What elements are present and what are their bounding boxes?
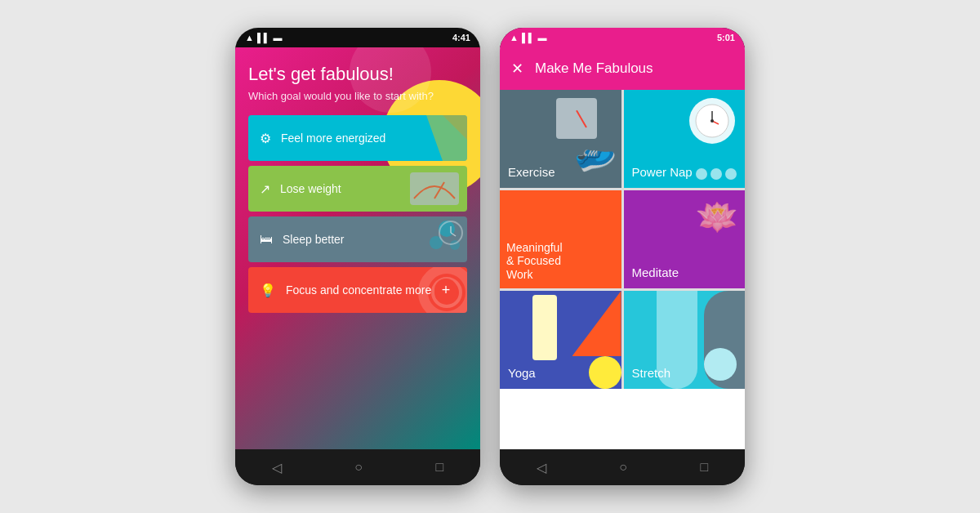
grid-item-powernap[interactable]: Power Nap (624, 90, 746, 188)
phone1-screen: Let's get fabulous! Which goal would you… (235, 47, 480, 449)
phone2-nav-bar: ◁ ○ □ (500, 449, 745, 485)
phone1-content: Let's get fabulous! Which goal would you… (235, 47, 480, 324)
grid-item-stretch[interactable]: Stretch (624, 291, 746, 389)
grid-item-exercise[interactable]: 👟 Exercise (500, 90, 621, 188)
signal-bars-icon: ▌▌ (257, 33, 270, 42)
weight-icon: ↗ (260, 181, 270, 197)
yoga-label: Yoga (508, 366, 536, 381)
home-icon2[interactable]: ○ (619, 460, 627, 475)
meaningful-label: Meaningful& FocusedWork (506, 241, 563, 282)
yoga-shape2 (589, 356, 621, 389)
battery-icon2: ▬ (537, 33, 546, 42)
battery-icon: ▬ (273, 33, 282, 42)
phone1-title: Let's get fabulous! (248, 64, 467, 85)
phone2-time: 5:01 (717, 33, 735, 42)
sleep-icon: 🛏 (260, 232, 273, 247)
stretch-label: Stretch (632, 366, 671, 381)
focus-label: Focus and concentrate more (286, 283, 431, 297)
phone2-status-bar: ▲ ▌▌ ▬ 5:01 (500, 28, 745, 47)
yoga-mat-deco (532, 295, 557, 360)
weight-deco (402, 166, 467, 212)
phone2-header: ✕ Make Me Fabulous (500, 47, 745, 90)
powernap-label: Power Nap (632, 165, 693, 180)
goal-focus[interactable]: 💡 Focus and concentrate more + (248, 267, 467, 313)
svg-point-13 (710, 119, 714, 123)
exercise-label: Exercise (508, 165, 555, 180)
energized-deco (402, 115, 467, 161)
sleep-label: Sleep better (283, 233, 345, 246)
phone2-status-icons: ▲ ▌▌ ▬ (510, 33, 546, 42)
signal-bars-icon2: ▌▌ (522, 33, 535, 42)
phone1: ▲ ▌▌ ▬ 4:41 Let's get fabulous! Which go… (235, 28, 480, 485)
energized-icon: ⚙ (260, 131, 271, 146)
energized-label: Feel more energized (281, 132, 385, 145)
powernap-circles-deco (696, 168, 737, 180)
meditate-label: Meditate (632, 265, 679, 280)
phone2-screen: ✕ Make Me Fabulous 👟 Exercise (500, 47, 745, 449)
wifi-signal-icon: ▲ (245, 33, 254, 42)
yoga-shape1 (572, 291, 621, 356)
close-button[interactable]: ✕ (511, 60, 523, 78)
recents-icon2[interactable]: □ (701, 460, 709, 475)
back-icon[interactable]: ◁ (272, 460, 282, 475)
screen-title: Make Me Fabulous (535, 60, 653, 77)
lotus-icon: 🪷 (696, 197, 738, 237)
grid-item-yoga[interactable]: Yoga (500, 291, 621, 389)
wifi-signal-icon2: ▲ (510, 33, 519, 42)
circle3 (725, 168, 737, 180)
phone1-status-bar: ▲ ▌▌ ▬ 4:41 (235, 28, 480, 47)
recents-icon[interactable]: □ (436, 460, 444, 475)
phone2: ▲ ▌▌ ▬ 5:01 ✕ Make Me Fabulous 👟 (500, 28, 745, 485)
back-icon2[interactable]: ◁ (537, 460, 546, 475)
phone1-time: 4:41 (452, 33, 470, 42)
home-icon[interactable]: ○ (354, 460, 363, 475)
grid-item-meaningful[interactable]: Meaningful& FocusedWork (500, 190, 621, 288)
phone1-subtitle: Which goal would you like to start with? (248, 90, 467, 102)
goal-weight[interactable]: ↗ Lose weight (248, 166, 467, 212)
phones-container: ▲ ▌▌ ▬ 4:41 Let's get fabulous! Which go… (235, 28, 745, 485)
goal-energized[interactable]: ⚙ Feel more energized (248, 115, 467, 161)
circle1 (696, 168, 707, 180)
focus-icon: 💡 (260, 283, 276, 298)
circle2 (710, 168, 722, 180)
goal-sleep[interactable]: 🛏 Sleep better (248, 216, 467, 262)
activities-grid: 👟 Exercise (500, 90, 745, 389)
clock-deco (689, 98, 735, 144)
weight-label: Lose weight (280, 182, 341, 195)
sleep-deco (402, 216, 467, 262)
stretch-shape2 (704, 348, 737, 381)
svg-rect-2 (410, 172, 459, 205)
phone1-status-icons: ▲ ▌▌ ▬ (245, 33, 282, 42)
phone1-nav-bar: ◁ ○ □ (235, 449, 480, 485)
grid-item-meditate[interactable]: 🪷 Meditate (624, 190, 746, 288)
